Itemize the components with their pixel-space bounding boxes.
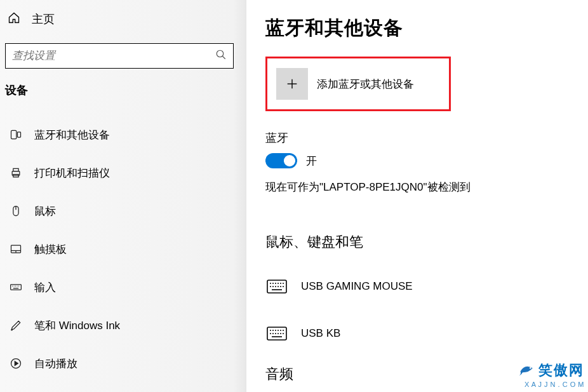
page-title: 蓝牙和其他设备 <box>265 15 569 41</box>
sidebar-item-label: 打印机和扫描仪 <box>34 166 110 180</box>
sidebar-item-pen[interactable]: 笔和 Windows Ink <box>0 306 246 344</box>
bluetooth-heading: 蓝牙 <box>265 130 569 145</box>
search-box[interactable] <box>5 43 234 69</box>
sidebar-item-touchpad[interactable]: 触摸板 <box>0 230 246 268</box>
section-heading-audio: 音频 <box>265 365 569 384</box>
home-icon <box>8 11 20 27</box>
svg-rect-12 <box>11 285 22 290</box>
keyboard-device-icon <box>265 327 288 341</box>
device-row[interactable]: USB KB <box>265 318 569 349</box>
section-heading-mouse-kbd: 鼠标、键盘和笔 <box>265 233 569 252</box>
sidebar-item-typing[interactable]: 输入 <box>0 268 246 306</box>
mouse-icon <box>9 204 23 218</box>
sidebar-item-label: 触摸板 <box>34 242 67 257</box>
device-name: USB KB <box>301 327 340 340</box>
nav-list: 蓝牙和其他设备 打印机和扫描仪 鼠标 触摸板 <box>0 104 246 382</box>
svg-point-0 <box>217 50 224 57</box>
bluetooth-toggle[interactable] <box>265 153 297 168</box>
sidebar-item-mouse[interactable]: 鼠标 <box>0 192 246 230</box>
pen-icon <box>9 318 23 332</box>
home-label: 主页 <box>32 11 55 27</box>
keyboard-icon <box>9 280 23 294</box>
touchpad-icon <box>9 242 23 256</box>
sidebar-item-bluetooth[interactable]: 蓝牙和其他设备 <box>0 116 246 154</box>
sidebar-item-printers[interactable]: 打印机和扫描仪 <box>0 154 246 192</box>
sidebar-item-label: 笔和 Windows Ink <box>34 318 120 333</box>
printer-icon <box>9 166 23 180</box>
sidebar-item-label: 输入 <box>34 280 56 295</box>
sidebar-item-autoplay[interactable]: 自动播放 <box>0 344 246 382</box>
svg-rect-5 <box>13 168 18 171</box>
device-row[interactable]: USB GAMING MOUSE <box>265 271 569 302</box>
bluetooth-toggle-label: 开 <box>306 154 317 168</box>
device-name: USB GAMING MOUSE <box>301 280 413 293</box>
sidebar-item-label: 蓝牙和其他设备 <box>34 128 110 142</box>
sidebar-item-home[interactable]: 主页 <box>0 0 246 38</box>
search-input[interactable] <box>12 50 215 62</box>
add-device-label: 添加蓝牙或其他设备 <box>317 77 414 91</box>
plus-icon <box>276 68 308 100</box>
svg-rect-3 <box>18 132 21 137</box>
bluetooth-detect-text: 现在可作为"LAPTOP-8PE1JQN0"被检测到 <box>265 180 569 194</box>
svg-line-1 <box>222 56 225 59</box>
sidebar: 主页 设备 蓝牙和其他设备 打印机和扫描仪 <box>0 0 246 392</box>
sidebar-item-label: 鼠标 <box>34 204 56 219</box>
svg-marker-20 <box>15 362 18 366</box>
bluetooth-devices-icon <box>9 128 23 142</box>
keyboard-device-icon <box>265 280 288 294</box>
search-container <box>0 38 246 76</box>
search-icon <box>215 49 227 63</box>
main-content: 蓝牙和其他设备 添加蓝牙或其他设备 蓝牙 开 现在可作为"LAPTOP-8PE1… <box>246 0 588 392</box>
sidebar-item-label: 自动播放 <box>34 356 77 371</box>
autoplay-icon <box>9 356 23 370</box>
svg-rect-2 <box>11 130 17 139</box>
sidebar-section-title: 设备 <box>0 76 246 104</box>
add-device-button[interactable]: 添加蓝牙或其他设备 <box>265 57 451 111</box>
bluetooth-toggle-row: 开 <box>265 153 569 168</box>
